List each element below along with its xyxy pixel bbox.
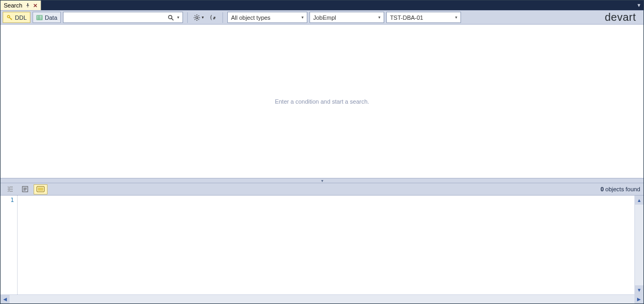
- tab-search[interactable]: Search ✕: [1, 1, 41, 10]
- scroll-track[interactable]: [635, 205, 643, 285]
- separator: [187, 12, 188, 23]
- grip-icon: ▾: [321, 178, 323, 183]
- toggle-button[interactable]: (҂: [207, 12, 218, 23]
- chevron-down-icon: ▾: [301, 15, 304, 20]
- gear-icon: [193, 14, 201, 21]
- table-icon: [36, 14, 43, 21]
- ddl-label: DDL: [15, 14, 27, 21]
- editor: 1 ▲ ▼: [1, 196, 643, 294]
- chevron-down-icon: ▾: [455, 15, 457, 20]
- tabstrip-overflow: ▼: [637, 1, 643, 10]
- preview-icon: [36, 186, 45, 192]
- svg-rect-1: [37, 15, 42, 20]
- pin-icon[interactable]: [26, 3, 30, 7]
- script-view-button[interactable]: [19, 184, 31, 194]
- svg-point-3: [196, 17, 198, 19]
- horizontal-scrollbar[interactable]: ◀ ▶: [1, 294, 643, 303]
- lower-toolbar: 0 objects found: [1, 183, 643, 196]
- results-placeholder: Enter a condition and start a search.: [275, 98, 369, 105]
- preview-button[interactable]: [34, 184, 47, 194]
- tree-icon: [6, 185, 14, 193]
- scroll-track[interactable]: [10, 295, 634, 303]
- scroll-up-icon[interactable]: ▲: [635, 196, 643, 205]
- search-box: ▾: [63, 12, 183, 23]
- settings-button[interactable]: ▾: [192, 12, 205, 23]
- tab-label: Search: [4, 2, 22, 9]
- database-combo[interactable]: JobEmpl ▾: [309, 12, 384, 23]
- results-area: Enter a condition and start a search.: [1, 25, 643, 178]
- chevron-down-icon: ▾: [202, 15, 204, 20]
- tree-view-button[interactable]: [4, 184, 17, 194]
- svg-rect-5: [10, 189, 13, 190]
- data-label: Data: [45, 14, 57, 21]
- chevron-down-icon[interactable]: ▼: [637, 3, 641, 8]
- object-types-value: All object types: [231, 14, 271, 21]
- script-icon: [21, 185, 29, 193]
- data-button[interactable]: Data: [33, 12, 61, 23]
- line-gutter: 1: [1, 196, 18, 294]
- database-value: JobEmpl: [313, 14, 336, 21]
- svg-point-2: [169, 15, 172, 18]
- status-objects-found: 0 objects found: [600, 186, 640, 192]
- scroll-left-icon[interactable]: ◀: [1, 295, 10, 303]
- key-icon: [6, 14, 13, 21]
- paren-toggle-icon: (҂: [209, 14, 216, 21]
- brand-logo: devart: [605, 11, 641, 24]
- separator: [222, 12, 223, 23]
- svg-rect-4: [10, 186, 13, 188]
- server-combo[interactable]: TST-DBA-01 ▾: [386, 12, 461, 23]
- server-value: TST-DBA-01: [390, 14, 423, 21]
- vertical-scrollbar[interactable]: ▲ ▼: [634, 196, 643, 294]
- chevron-down-icon: ▾: [378, 15, 380, 20]
- search-dropdown-icon[interactable]: ▾: [176, 15, 180, 20]
- tabstrip: Search ✕ ▼: [1, 1, 643, 10]
- splitter[interactable]: ▾: [1, 178, 643, 183]
- objects-label: objects found: [604, 186, 641, 192]
- svg-rect-6: [10, 191, 13, 192]
- toolbar: DDL Data ▾ ▾ (҂ All object types ▾ JobEm…: [1, 10, 643, 25]
- line-number: 1: [1, 197, 14, 204]
- scroll-right-icon[interactable]: ▶: [634, 295, 643, 303]
- search-icon[interactable]: [166, 14, 175, 21]
- svg-rect-9: [38, 188, 43, 191]
- scroll-down-icon[interactable]: ▼: [635, 285, 643, 294]
- object-types-combo[interactable]: All object types ▾: [227, 12, 307, 23]
- search-input[interactable]: [66, 14, 166, 21]
- ddl-button[interactable]: DDL: [3, 12, 30, 23]
- code-area[interactable]: [18, 196, 634, 294]
- close-icon[interactable]: ✕: [33, 3, 37, 9]
